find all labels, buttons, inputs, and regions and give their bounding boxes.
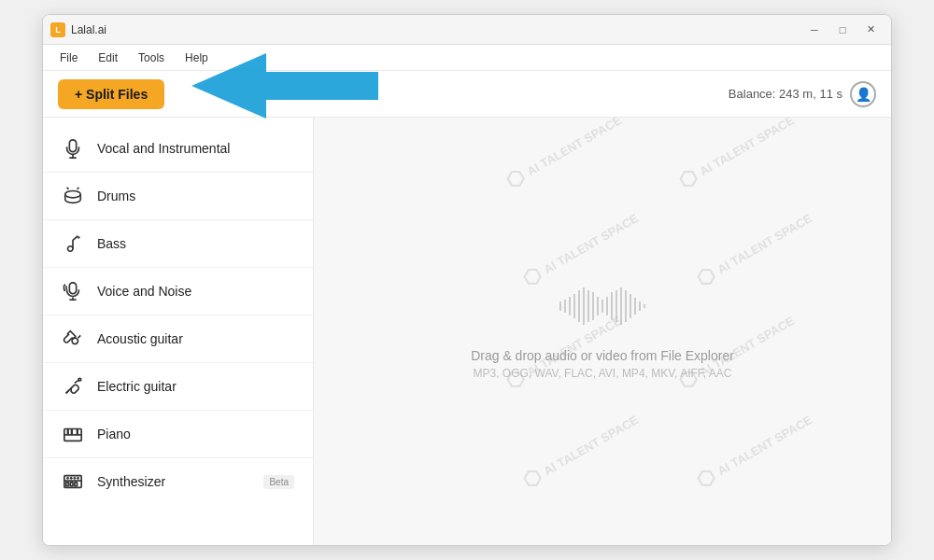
drop-zone[interactable]: ⬡AI TALENT SPACE⬡AI TALENT SPACE⬡AI TALE…	[314, 118, 891, 545]
svg-rect-15	[71, 429, 73, 435]
window-title: Lalal.ai	[71, 23, 106, 36]
minimize-button[interactable]: ─	[801, 20, 828, 40]
sidebar-label-vocal-instrumental: Vocal and Instrumental	[97, 141, 294, 156]
svg-rect-24	[70, 483, 73, 486]
drop-text-main: Drag & drop audio or video from File Exp…	[471, 348, 734, 363]
sidebar: Vocal and Instrumental Drums	[43, 118, 314, 545]
svg-rect-16	[77, 429, 78, 435]
sidebar-item-acoustic-guitar[interactable]: Acoustic guitar	[43, 315, 313, 363]
toolbar: + Split Files Balance: 243 m, 11 s 👤	[43, 71, 891, 118]
piano-icon	[62, 423, 84, 445]
svg-point-2	[65, 191, 81, 198]
sidebar-item-drums[interactable]: Drums	[43, 173, 313, 220]
sidebar-item-electric-guitar[interactable]: Electric guitar	[43, 363, 313, 411]
main-area: Vocal and Instrumental Drums	[43, 118, 891, 545]
svg-point-19	[66, 477, 69, 480]
drums-icon	[62, 185, 84, 207]
voice-noise-icon	[62, 280, 84, 302]
title-bar-left: L Lalal.ai	[50, 22, 106, 37]
sidebar-label-drums: Drums	[97, 189, 294, 203]
close-button[interactable]: ✕	[857, 20, 884, 40]
svg-point-10	[78, 378, 81, 381]
watermark: ⬡AI TALENT SPACE	[518, 206, 644, 292]
account-icon[interactable]: 👤	[850, 81, 876, 107]
sidebar-label-voice-noise: Voice and Noise	[97, 284, 294, 299]
vocal-instrumental-icon	[62, 137, 84, 160]
sidebar-label-piano: Piano	[97, 427, 294, 441]
menu-bar: File Edit Tools Help	[43, 45, 891, 71]
watermark: ⬡AI TALENT SPACE	[518, 407, 644, 493]
sidebar-item-bass[interactable]: Bass	[43, 220, 313, 268]
sidebar-item-voice-noise[interactable]: Voice and Noise	[43, 268, 313, 315]
balance-text: Balance: 243 m, 11 s	[729, 87, 842, 101]
acoustic-guitar-icon	[62, 328, 84, 350]
title-bar: L Lalal.ai ─ □ ✕	[43, 15, 891, 45]
menu-edit[interactable]: Edit	[89, 48, 127, 68]
window-controls: ─ □ ✕	[801, 20, 884, 40]
svg-point-20	[70, 477, 73, 480]
svg-line-6	[78, 237, 80, 239]
watermark: ⬡AI TALENT SPACE	[674, 118, 800, 194]
sidebar-item-synthesizer[interactable]: Synthesizer Beta	[43, 458, 313, 505]
svg-point-7	[72, 338, 78, 343]
waveform-icon	[546, 283, 658, 333]
menu-file[interactable]: File	[50, 48, 87, 68]
svg-line-4	[78, 188, 79, 189]
sidebar-item-vocal-instrumental[interactable]: Vocal and Instrumental	[43, 125, 313, 173]
svg-line-3	[67, 188, 69, 189]
svg-rect-14	[67, 429, 69, 435]
svg-point-21	[73, 477, 76, 480]
svg-line-11	[66, 391, 69, 394]
balance-area: Balance: 243 m, 11 s 👤	[729, 81, 876, 107]
main-window: L Lalal.ai ─ □ ✕ File Edit Tools Help + …	[42, 14, 892, 546]
svg-line-8	[78, 335, 81, 338]
bass-icon	[62, 232, 84, 255]
watermark: ⬡AI TALENT SPACE	[502, 118, 627, 194]
beta-badge: Beta	[263, 475, 294, 489]
svg-point-22	[77, 477, 79, 480]
synthesizer-icon	[62, 470, 84, 493]
app-icon: L	[50, 22, 65, 37]
watermark: ⬡AI TALENT SPACE	[692, 407, 817, 493]
svg-rect-25	[75, 483, 78, 486]
svg-rect-23	[66, 483, 69, 486]
maximize-button[interactable]: □	[829, 20, 856, 40]
sidebar-label-electric-guitar: Electric guitar	[97, 379, 294, 394]
sidebar-item-piano[interactable]: Piano	[43, 411, 313, 458]
electric-guitar-icon	[62, 375, 84, 398]
sidebar-label-bass: Bass	[97, 236, 294, 251]
menu-help[interactable]: Help	[176, 48, 218, 68]
sidebar-label-synthesizer: Synthesizer	[97, 474, 250, 489]
split-files-button[interactable]: + Split Files	[58, 79, 164, 109]
sidebar-label-acoustic-guitar: Acoustic guitar	[97, 331, 294, 346]
menu-tools[interactable]: Tools	[129, 48, 174, 68]
drop-text-sub: MP3, OGG, WAV, FLAC, AVI, MP4, MKV, AIFF…	[474, 367, 732, 380]
watermark: ⬡AI TALENT SPACE	[692, 206, 817, 292]
